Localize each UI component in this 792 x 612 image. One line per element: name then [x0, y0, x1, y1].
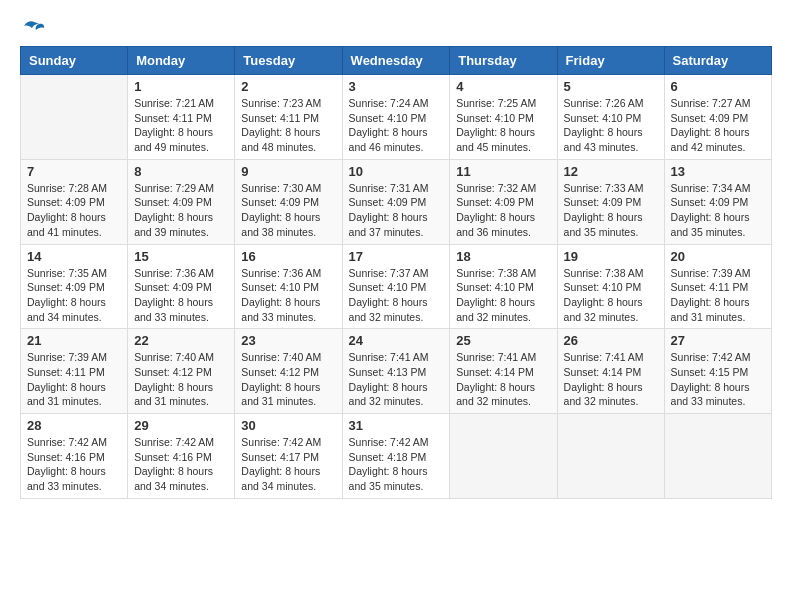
calendar-cell: 11Sunrise: 7:32 AM Sunset: 4:09 PM Dayli…: [450, 159, 557, 244]
calendar-week-3: 14Sunrise: 7:35 AM Sunset: 4:09 PM Dayli…: [21, 244, 772, 329]
day-info: Sunrise: 7:42 AM Sunset: 4:16 PM Dayligh…: [27, 435, 121, 494]
column-header-monday: Monday: [128, 47, 235, 75]
calendar-cell: 21Sunrise: 7:39 AM Sunset: 4:11 PM Dayli…: [21, 329, 128, 414]
calendar-cell: 6Sunrise: 7:27 AM Sunset: 4:09 PM Daylig…: [664, 75, 771, 160]
day-number: 24: [349, 333, 444, 348]
day-number: 25: [456, 333, 550, 348]
day-info: Sunrise: 7:42 AM Sunset: 4:16 PM Dayligh…: [134, 435, 228, 494]
calendar-header-row: SundayMondayTuesdayWednesdayThursdayFrid…: [21, 47, 772, 75]
calendar-cell: 15Sunrise: 7:36 AM Sunset: 4:09 PM Dayli…: [128, 244, 235, 329]
calendar-cell: 8Sunrise: 7:29 AM Sunset: 4:09 PM Daylig…: [128, 159, 235, 244]
calendar-cell: 30Sunrise: 7:42 AM Sunset: 4:17 PM Dayli…: [235, 414, 342, 499]
calendar-cell: 18Sunrise: 7:38 AM Sunset: 4:10 PM Dayli…: [450, 244, 557, 329]
day-number: 10: [349, 164, 444, 179]
logo-bird-icon: [23, 20, 45, 38]
calendar-cell: 13Sunrise: 7:34 AM Sunset: 4:09 PM Dayli…: [664, 159, 771, 244]
day-info: Sunrise: 7:39 AM Sunset: 4:11 PM Dayligh…: [671, 266, 765, 325]
day-number: 1: [134, 79, 228, 94]
day-info: Sunrise: 7:39 AM Sunset: 4:11 PM Dayligh…: [27, 350, 121, 409]
calendar-cell: 10Sunrise: 7:31 AM Sunset: 4:09 PM Dayli…: [342, 159, 450, 244]
day-info: Sunrise: 7:36 AM Sunset: 4:09 PM Dayligh…: [134, 266, 228, 325]
day-info: Sunrise: 7:28 AM Sunset: 4:09 PM Dayligh…: [27, 181, 121, 240]
day-info: Sunrise: 7:40 AM Sunset: 4:12 PM Dayligh…: [134, 350, 228, 409]
day-info: Sunrise: 7:42 AM Sunset: 4:15 PM Dayligh…: [671, 350, 765, 409]
calendar-cell: [664, 414, 771, 499]
calendar-week-1: 1Sunrise: 7:21 AM Sunset: 4:11 PM Daylig…: [21, 75, 772, 160]
day-number: 13: [671, 164, 765, 179]
day-number: 3: [349, 79, 444, 94]
day-number: 20: [671, 249, 765, 264]
calendar-week-2: 7Sunrise: 7:28 AM Sunset: 4:09 PM Daylig…: [21, 159, 772, 244]
calendar-week-5: 28Sunrise: 7:42 AM Sunset: 4:16 PM Dayli…: [21, 414, 772, 499]
day-number: 8: [134, 164, 228, 179]
calendar-cell: [557, 414, 664, 499]
calendar-cell: 26Sunrise: 7:41 AM Sunset: 4:14 PM Dayli…: [557, 329, 664, 414]
day-number: 9: [241, 164, 335, 179]
calendar-cell: [450, 414, 557, 499]
calendar-cell: 9Sunrise: 7:30 AM Sunset: 4:09 PM Daylig…: [235, 159, 342, 244]
day-info: Sunrise: 7:35 AM Sunset: 4:09 PM Dayligh…: [27, 266, 121, 325]
day-info: Sunrise: 7:32 AM Sunset: 4:09 PM Dayligh…: [456, 181, 550, 240]
calendar-cell: 4Sunrise: 7:25 AM Sunset: 4:10 PM Daylig…: [450, 75, 557, 160]
calendar-cell: 28Sunrise: 7:42 AM Sunset: 4:16 PM Dayli…: [21, 414, 128, 499]
day-number: 27: [671, 333, 765, 348]
day-number: 14: [27, 249, 121, 264]
day-info: Sunrise: 7:38 AM Sunset: 4:10 PM Dayligh…: [456, 266, 550, 325]
day-info: Sunrise: 7:42 AM Sunset: 4:18 PM Dayligh…: [349, 435, 444, 494]
calendar-cell: 16Sunrise: 7:36 AM Sunset: 4:10 PM Dayli…: [235, 244, 342, 329]
calendar-cell: 25Sunrise: 7:41 AM Sunset: 4:14 PM Dayli…: [450, 329, 557, 414]
logo: [20, 20, 45, 38]
day-number: 7: [27, 164, 121, 179]
column-header-thursday: Thursday: [450, 47, 557, 75]
day-info: Sunrise: 7:38 AM Sunset: 4:10 PM Dayligh…: [564, 266, 658, 325]
day-number: 6: [671, 79, 765, 94]
day-number: 19: [564, 249, 658, 264]
day-number: 2: [241, 79, 335, 94]
day-info: Sunrise: 7:24 AM Sunset: 4:10 PM Dayligh…: [349, 96, 444, 155]
calendar-cell: 14Sunrise: 7:35 AM Sunset: 4:09 PM Dayli…: [21, 244, 128, 329]
calendar-cell: 20Sunrise: 7:39 AM Sunset: 4:11 PM Dayli…: [664, 244, 771, 329]
day-info: Sunrise: 7:27 AM Sunset: 4:09 PM Dayligh…: [671, 96, 765, 155]
calendar-cell: 3Sunrise: 7:24 AM Sunset: 4:10 PM Daylig…: [342, 75, 450, 160]
day-number: 11: [456, 164, 550, 179]
day-number: 31: [349, 418, 444, 433]
day-info: Sunrise: 7:31 AM Sunset: 4:09 PM Dayligh…: [349, 181, 444, 240]
column-header-friday: Friday: [557, 47, 664, 75]
calendar-week-4: 21Sunrise: 7:39 AM Sunset: 4:11 PM Dayli…: [21, 329, 772, 414]
day-info: Sunrise: 7:36 AM Sunset: 4:10 PM Dayligh…: [241, 266, 335, 325]
day-number: 23: [241, 333, 335, 348]
day-number: 5: [564, 79, 658, 94]
day-info: Sunrise: 7:41 AM Sunset: 4:13 PM Dayligh…: [349, 350, 444, 409]
day-info: Sunrise: 7:41 AM Sunset: 4:14 PM Dayligh…: [564, 350, 658, 409]
calendar-table: SundayMondayTuesdayWednesdayThursdayFrid…: [20, 46, 772, 499]
day-number: 29: [134, 418, 228, 433]
column-header-sunday: Sunday: [21, 47, 128, 75]
calendar-cell: 2Sunrise: 7:23 AM Sunset: 4:11 PM Daylig…: [235, 75, 342, 160]
calendar-cell: 22Sunrise: 7:40 AM Sunset: 4:12 PM Dayli…: [128, 329, 235, 414]
calendar-cell: [21, 75, 128, 160]
column-header-tuesday: Tuesday: [235, 47, 342, 75]
calendar-cell: 27Sunrise: 7:42 AM Sunset: 4:15 PM Dayli…: [664, 329, 771, 414]
day-info: Sunrise: 7:21 AM Sunset: 4:11 PM Dayligh…: [134, 96, 228, 155]
day-info: Sunrise: 7:40 AM Sunset: 4:12 PM Dayligh…: [241, 350, 335, 409]
calendar-cell: 1Sunrise: 7:21 AM Sunset: 4:11 PM Daylig…: [128, 75, 235, 160]
day-number: 21: [27, 333, 121, 348]
column-header-wednesday: Wednesday: [342, 47, 450, 75]
day-info: Sunrise: 7:33 AM Sunset: 4:09 PM Dayligh…: [564, 181, 658, 240]
calendar-cell: 23Sunrise: 7:40 AM Sunset: 4:12 PM Dayli…: [235, 329, 342, 414]
day-info: Sunrise: 7:41 AM Sunset: 4:14 PM Dayligh…: [456, 350, 550, 409]
calendar-cell: 19Sunrise: 7:38 AM Sunset: 4:10 PM Dayli…: [557, 244, 664, 329]
day-info: Sunrise: 7:25 AM Sunset: 4:10 PM Dayligh…: [456, 96, 550, 155]
day-info: Sunrise: 7:29 AM Sunset: 4:09 PM Dayligh…: [134, 181, 228, 240]
day-number: 4: [456, 79, 550, 94]
day-info: Sunrise: 7:37 AM Sunset: 4:10 PM Dayligh…: [349, 266, 444, 325]
day-info: Sunrise: 7:30 AM Sunset: 4:09 PM Dayligh…: [241, 181, 335, 240]
calendar-cell: 7Sunrise: 7:28 AM Sunset: 4:09 PM Daylig…: [21, 159, 128, 244]
column-header-saturday: Saturday: [664, 47, 771, 75]
calendar-cell: 17Sunrise: 7:37 AM Sunset: 4:10 PM Dayli…: [342, 244, 450, 329]
day-info: Sunrise: 7:42 AM Sunset: 4:17 PM Dayligh…: [241, 435, 335, 494]
day-number: 30: [241, 418, 335, 433]
day-number: 15: [134, 249, 228, 264]
calendar-cell: 29Sunrise: 7:42 AM Sunset: 4:16 PM Dayli…: [128, 414, 235, 499]
day-number: 26: [564, 333, 658, 348]
